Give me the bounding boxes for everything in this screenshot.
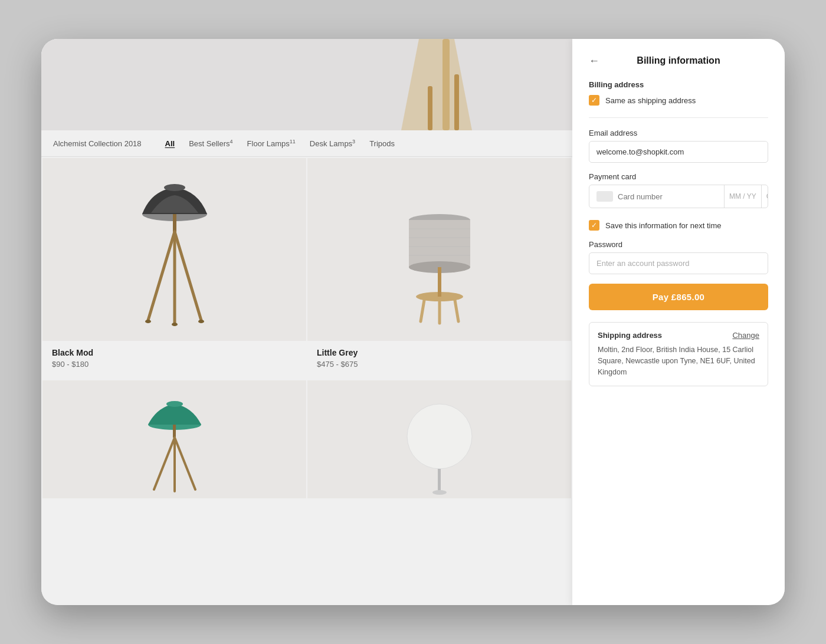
- billing-panel: ← Billing information Billing address ✓ …: [572, 39, 785, 605]
- brand-label: Alchemist Collection 2018: [53, 139, 142, 148]
- divider-1: [589, 117, 768, 118]
- svg-rect-14: [409, 220, 470, 267]
- svg-rect-24: [438, 267, 441, 297]
- same-as-shipping-checkbox[interactable]: ✓: [589, 95, 599, 106]
- product-card-black-mod[interactable]: Black Mod $90 - $180: [42, 158, 306, 378]
- shipping-address-text: Moltin, 2nd Floor, British India House, …: [598, 344, 759, 377]
- billing-address-section: Billing address ✓ Same as shipping addre…: [589, 80, 768, 106]
- tab-floor-lamps[interactable]: Floor Lamps11: [247, 139, 296, 148]
- svg-rect-27: [173, 425, 176, 438]
- product-info-little-grey: Little Grey $475 - $675: [307, 341, 571, 378]
- svg-rect-2: [428, 86, 432, 130]
- billing-address-label: Billing address: [589, 80, 768, 89]
- svg-point-12: [198, 320, 204, 323]
- svg-point-31: [407, 404, 472, 469]
- same-as-shipping-row: ✓ Same as shipping address: [589, 95, 768, 106]
- left-panel: Alchemist Collection 2018 All Best Selle…: [41, 39, 572, 605]
- svg-rect-33: [438, 469, 441, 492]
- svg-point-34: [432, 490, 447, 495]
- product-grid: Black Mod $90 - $180: [41, 157, 572, 379]
- shipping-summary-box: Shipping address Change Moltin, 2nd Floo…: [589, 322, 768, 386]
- change-link[interactable]: Change: [732, 331, 759, 340]
- password-label: Password: [589, 240, 768, 249]
- tab-best-sellers[interactable]: Best Sellers4: [189, 139, 232, 148]
- hero-image: [41, 39, 572, 130]
- card-expiry-field[interactable]: MM / YY: [724, 185, 761, 208]
- email-input[interactable]: [589, 141, 768, 163]
- shipping-address-title: Shipping address: [598, 331, 662, 340]
- card-brand-icon: [596, 191, 613, 202]
- product-name-little-grey: Little Grey: [317, 348, 562, 357]
- svg-marker-1: [401, 39, 472, 130]
- svg-line-9: [175, 232, 201, 320]
- save-info-checkmark-icon: ✓: [591, 222, 597, 229]
- svg-line-30: [175, 438, 195, 489]
- payment-card-form-group: Payment card MM / YY CVC: [589, 172, 768, 208]
- save-info-label: Save this information for next time: [605, 221, 722, 230]
- svg-line-28: [154, 438, 175, 489]
- svg-point-11: [172, 323, 178, 326]
- pay-button[interactable]: Pay £865.00: [589, 284, 768, 310]
- panel-title: Billing information: [589, 55, 768, 66]
- payment-card-label: Payment card: [589, 172, 768, 181]
- svg-rect-3: [454, 74, 459, 130]
- same-as-shipping-label: Same as shipping address: [605, 96, 696, 105]
- product-card-little-grey[interactable]: Little Grey $475 - $675: [307, 158, 571, 378]
- back-button[interactable]: ←: [589, 55, 599, 67]
- svg-point-5: [164, 184, 185, 191]
- nav-tabs: Alchemist Collection 2018 All Best Selle…: [41, 130, 572, 157]
- card-number-field: [589, 185, 724, 208]
- svg-point-10: [145, 320, 151, 323]
- product-price-black-mod: $90 - $180: [52, 360, 297, 369]
- card-input-group: MM / YY CVC: [589, 185, 768, 208]
- card-cvc-field[interactable]: CVC: [761, 185, 768, 208]
- save-info-checkbox[interactable]: ✓: [589, 220, 599, 231]
- svg-line-21: [421, 297, 425, 321]
- product-name-black-mod: Black Mod: [52, 348, 297, 357]
- checkmark-icon: ✓: [591, 97, 597, 104]
- tab-desk-lamps[interactable]: Desk Lamps3: [310, 139, 355, 148]
- tab-tripods[interactable]: Tripods: [369, 139, 395, 148]
- email-label: Email address: [589, 129, 768, 137]
- password-form-group: Password: [589, 240, 768, 274]
- password-input[interactable]: [589, 252, 768, 274]
- panel-header: ← Billing information: [589, 55, 768, 66]
- save-info-row: ✓ Save this information for next time: [589, 218, 768, 231]
- tab-all[interactable]: All: [165, 139, 175, 148]
- svg-line-7: [148, 232, 175, 320]
- product-grid-bottom: [41, 379, 572, 500]
- device-frame: Alchemist Collection 2018 All Best Selle…: [41, 39, 785, 605]
- svg-rect-6: [173, 214, 176, 232]
- card-number-input[interactable]: [618, 192, 717, 201]
- shipping-summary-header: Shipping address Change: [598, 331, 759, 340]
- product-price-little-grey: $475 - $675: [317, 360, 562, 369]
- product-image-black-mod: [42, 158, 306, 341]
- email-form-group: Email address: [589, 129, 768, 163]
- product-image-little-grey: [307, 158, 571, 341]
- product-card-teal[interactable]: [42, 380, 306, 498]
- product-card-white-ball[interactable]: [307, 380, 571, 498]
- svg-point-26: [166, 401, 183, 407]
- product-info-black-mod: Black Mod $90 - $180: [42, 341, 306, 378]
- svg-line-23: [454, 297, 458, 321]
